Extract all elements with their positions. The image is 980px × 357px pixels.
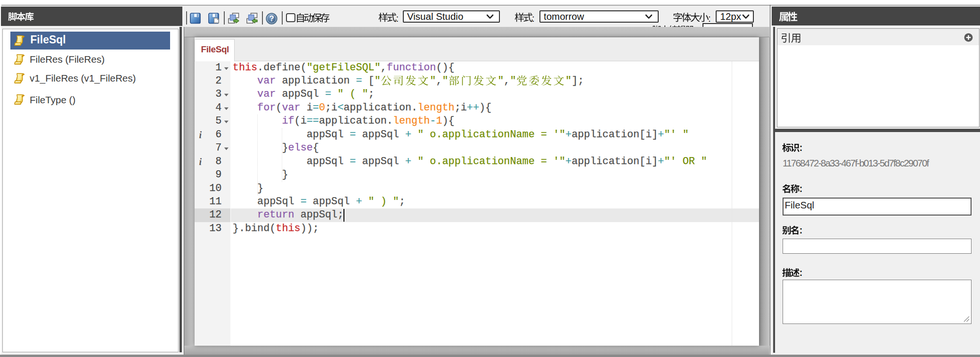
svg-text:?: ? [269,14,274,23]
